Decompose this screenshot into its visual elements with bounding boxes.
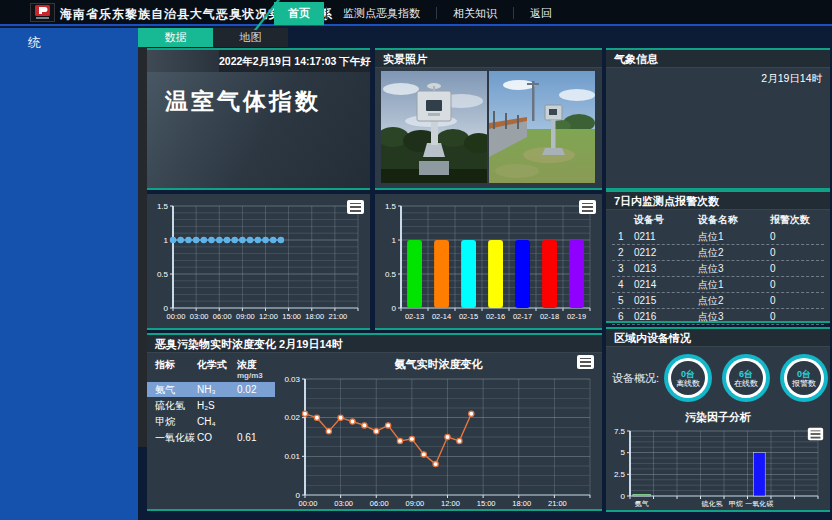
device-stat-ring-3: 0台报警数 [780,354,828,402]
nav-separator [326,7,327,19]
pollutant-row[interactable]: 氨气NH₃0.02 [147,382,275,397]
alarm-table-row: 20212点位20 [612,245,824,261]
pollutant-table: 指标 化学式 浓度mg/m3 氨气NH₃0.02硫化氢H₂S甲烷CH₄一氧化碳C… [147,357,275,446]
svg-text:一氧化碳: 一氧化碳 [745,500,773,508]
svg-text:12:00: 12:00 [259,312,278,321]
app-logo-icon [30,3,55,22]
tab-1[interactable]: 数据 [138,28,213,47]
index-line-chart-panel: 00.511.500:0003:0006:0009:0012:0015:0018… [147,194,370,330]
svg-text:03:00: 03:00 [190,312,209,321]
factor-chart-title: 污染因子分析 [606,409,830,425]
alarm-table-row: 60216点位30 [612,309,824,325]
svg-text:09:00: 09:00 [236,312,255,321]
alarm-table-row: 30213点位30 [612,261,824,277]
svg-text:02-18: 02-18 [540,312,559,321]
svg-text:1.5: 1.5 [157,202,169,211]
svg-text:06:00: 06:00 [370,499,389,508]
greeting-panel: 2022年2月19日 14:17:03 下午好 温室气体指数 [147,48,370,190]
site-photo-1 [381,71,487,183]
svg-text:02-19: 02-19 [567,312,586,321]
svg-text:00:00: 00:00 [167,312,186,321]
svg-text:15:00: 15:00 [477,499,496,508]
chart-menu-icon[interactable] [579,200,596,214]
weather-panel-title: 气象信息 [606,50,830,68]
svg-text:5: 5 [621,448,626,457]
svg-text:02-14: 02-14 [432,312,451,321]
chart-menu-icon[interactable] [347,200,364,214]
left-sidebar: 统 [0,28,138,520]
alarm-table-row: 40214点位10 [612,277,824,293]
pollutant-row[interactable]: 硫化氢H₂S [147,398,275,413]
svg-text:0.01: 0.01 [284,452,300,461]
svg-text:7.5: 7.5 [614,427,626,436]
site-photo-2 [489,71,595,183]
greeting-header: 2022年2月19日 14:17:03 下午好 [147,50,370,72]
page-title: 温室气体指数 [165,86,321,117]
app-title-wrap: 统 [28,34,41,52]
top-bar: 海南省乐东黎族自治县大气恶臭状况实时发布系 首页监测点恶臭指数相关知识返回 [0,0,832,26]
tab-2[interactable]: 地图 [213,28,288,47]
pollutant-panel: 恶臭污染物实时浓度变化 2月19日14时 指标 化学式 浓度mg/m3 氨气NH… [147,333,602,511]
pollutant-table-header: 指标 化学式 浓度mg/m3 [147,357,275,381]
device-panel: 区域内设备情况 设备概况: 0台离线数6台在线数0台报警数 污染因子分析 02.… [606,327,830,512]
svg-text:0: 0 [392,304,397,313]
svg-text:03:00: 03:00 [334,499,353,508]
svg-text:1: 1 [164,236,169,245]
svg-text:15:00: 15:00 [282,312,301,321]
alarm-table-row: 50215点位20 [612,293,824,309]
svg-text:06:00: 06:00 [213,312,232,321]
svg-text:18:00: 18:00 [512,499,531,508]
svg-text:00:00: 00:00 [299,499,318,508]
device-panel-title: 区域内设备情况 [606,329,830,347]
svg-text:02-13: 02-13 [405,312,424,321]
chart-menu-icon[interactable] [808,428,823,441]
nh3-line-chart[interactable]: 00.010.020.0300:0003:0006:0009:0012:0015… [275,373,602,511]
svg-text:02-16: 02-16 [486,312,505,321]
device-stat-ring-1: 0台离线数 [664,354,712,402]
pollutant-row[interactable]: 一氧化碳CO0.61 [147,430,275,445]
datetime-text: 2022年2月19日 14:17:03 下午好 [219,50,366,72]
weather-panel: 气象信息 2月19日14时 [606,48,830,190]
svg-text:硫化氢: 硫化氢 [701,500,723,508]
alarm-table-panel: 7日内监测点报警次数 设备号 设备名称 报警次数 10211点位1020212点… [606,190,830,323]
alarm-table: 设备号 设备名称 报警次数 10211点位1020212点位2030213点位3… [606,210,830,325]
svg-text:02-17: 02-17 [513,312,532,321]
nav-separator [513,7,514,19]
alarm-table-header: 设备号 设备名称 报警次数 [612,212,824,229]
factor-bar-chart[interactable]: 02.557.5氨气硫化氢甲烷一氧化碳 [606,425,826,509]
nh3-chart-title: 氨气实时浓度变化 [275,357,602,372]
alarm-panel-title: 7日内监测点报警次数 [606,192,830,210]
weather-date: 2月19日14时 [606,68,830,86]
alarm-table-row: 10211点位10 [612,229,824,245]
photos-panel-title: 实景照片 [375,50,602,68]
svg-text:1.5: 1.5 [385,202,397,211]
nav-item-3[interactable]: 相关知识 [439,2,511,25]
svg-text:0.5: 0.5 [157,270,169,279]
nav-menu: 首页监测点恶臭指数相关知识返回 [272,0,568,26]
index-bar-chart[interactable]: 00.511.502-1302-1402-1502-1602-1702-1802… [375,196,598,324]
view-tabs: 数据地图 [138,28,288,47]
scrollbar-track[interactable] [138,47,147,447]
index-line-chart[interactable]: 00.511.500:0003:0006:0009:0012:0015:0018… [147,196,366,324]
svg-text:0: 0 [621,492,626,501]
nav-item-1[interactable]: 首页 [274,2,324,25]
svg-text:21:00: 21:00 [548,499,567,508]
greeting-header-block [147,50,219,72]
index-bar-chart-panel: 00.511.502-1302-1402-1502-1602-1702-1802… [375,194,602,330]
device-stat-ring-2: 6台在线数 [722,354,770,402]
svg-text:18:00: 18:00 [305,312,324,321]
nav-item-2[interactable]: 监测点恶臭指数 [329,2,434,25]
photos-panel: 实景照片 [375,48,602,190]
svg-text:02-15: 02-15 [459,312,478,321]
svg-text:1: 1 [392,236,397,245]
svg-text:氨气: 氨气 [635,500,649,507]
nav-separator [436,7,437,19]
svg-text:0.02: 0.02 [284,413,300,422]
pollutant-row[interactable]: 甲烷CH₄ [147,414,275,429]
pollutant-panel-title: 恶臭污染物实时浓度变化 2月19日14时 [147,335,602,353]
svg-text:2.5: 2.5 [614,470,626,479]
svg-text:12:00: 12:00 [441,499,460,508]
svg-text:0.5: 0.5 [385,270,397,279]
chart-menu-icon[interactable] [577,355,594,369]
nav-item-4[interactable]: 返回 [516,2,566,25]
